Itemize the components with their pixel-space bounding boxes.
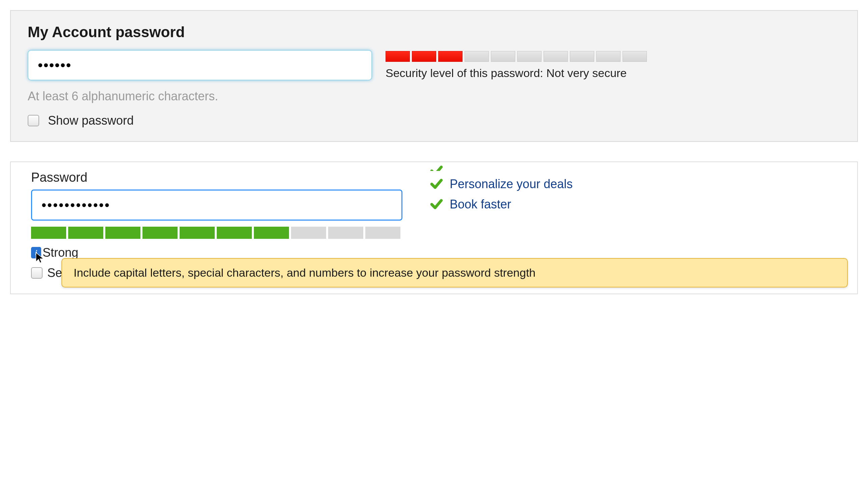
strength-meter-segment (105, 227, 140, 239)
strength-meter-segment (254, 227, 289, 239)
strength-meter-segment (491, 51, 515, 62)
strength-meter-segment (438, 51, 463, 62)
strength-meter-segment (328, 227, 363, 239)
check-icon (429, 164, 443, 171)
strength-meter-segment (217, 227, 252, 239)
strength-meter-segment (412, 51, 436, 62)
strength-meter-column: Security level of this password: Not ver… (386, 51, 840, 80)
strength-meter-segment (570, 51, 594, 62)
account-password-input[interactable] (28, 50, 372, 80)
password-row: Security level of this password: Not ver… (28, 50, 840, 80)
send-deals-checkbox[interactable] (31, 267, 43, 279)
security-level-label: Security level of this password: Not ver… (386, 67, 840, 80)
strength-meter-segment (291, 227, 326, 239)
show-password-label: Show password (48, 114, 134, 128)
password-strength-tooltip: Include capital letters, special charact… (61, 258, 848, 287)
info-icon[interactable]: i (31, 247, 41, 258)
show-password-checkbox[interactable] (28, 115, 39, 126)
strength-meter-segment (465, 51, 489, 62)
account-password-panel: My Account password Security level of th… (10, 10, 858, 142)
benefit-text: Personalize your deals (450, 177, 573, 191)
strength-meter-segment (365, 227, 400, 239)
strength-meter-segment (517, 51, 542, 62)
benefit-item (429, 164, 844, 171)
benefit-text: Book faster (450, 197, 511, 211)
strength-meter-segment (68, 227, 103, 239)
strength-meter (386, 51, 840, 62)
strength-meter-segment (623, 51, 647, 62)
benefit-item: Book faster (429, 197, 844, 211)
signup-password-panel: Password i Strong (10, 161, 858, 294)
strength-meter-segment (180, 227, 215, 239)
panel-title: My Account password (28, 24, 840, 41)
strength-meter-segment (544, 51, 568, 62)
strength-label: Strong (43, 246, 78, 260)
strength-meter-segment (31, 227, 66, 239)
signup-password-input[interactable] (31, 190, 402, 221)
check-icon (429, 198, 443, 211)
password-field-label: Password (31, 170, 409, 185)
strength-meter-segment (386, 51, 410, 62)
password-hint: At least 6 alphanumeric characters. (28, 89, 840, 103)
benefit-item: Personalize your deals (429, 177, 844, 191)
send-deals-label-partial: Se (47, 266, 62, 280)
check-icon (429, 177, 443, 191)
strength-meter (31, 227, 409, 239)
strength-meter-segment (596, 51, 621, 62)
strength-meter-segment (142, 227, 178, 239)
show-password-row: Show password (28, 114, 840, 128)
strength-label-row: i Strong (31, 246, 409, 260)
